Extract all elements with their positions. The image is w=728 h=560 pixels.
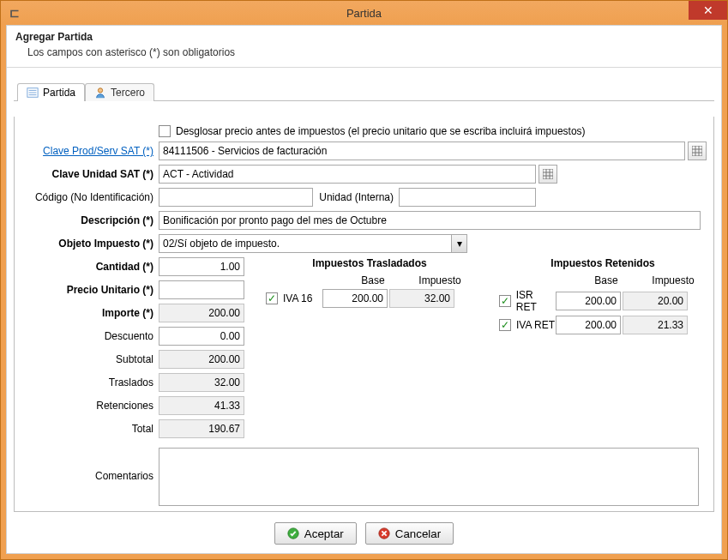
- client-area: Agregar Partida Los campos con asterisco…: [6, 25, 722, 554]
- tax-row: IVA 16: [266, 289, 473, 308]
- chevron-down-icon[interactable]: ▾: [451, 235, 466, 252]
- objeto-impuesto-select[interactable]: [159, 234, 467, 253]
- subtotal-input: [159, 350, 244, 369]
- aceptar-button[interactable]: Aceptar: [274, 522, 357, 545]
- descripcion-label: Descripción (*): [21, 214, 159, 226]
- base-header-r: Base: [573, 274, 640, 286]
- traslados-label: Traslados: [21, 376, 159, 388]
- person-icon: [94, 87, 106, 99]
- list-icon: [27, 87, 39, 99]
- cantidad-input[interactable]: [159, 257, 244, 276]
- tax-name: IVA 16: [283, 292, 312, 304]
- retenidos-title: Impuestos Retenidos: [499, 257, 707, 269]
- footer: Aceptar Cancelar: [7, 522, 721, 545]
- impuesto-header-t: Impuesto: [406, 274, 473, 286]
- retenidos-panel: Impuestos Retenidos Base Impuesto ISR RE…: [499, 257, 707, 334]
- cantidad-label: Cantidad (*): [21, 261, 159, 273]
- objeto-impuesto-label: Objeto Impuesto (*): [21, 238, 159, 250]
- clave-prodserv-input[interactable]: [159, 142, 685, 160]
- comentarios-label: Comentarios: [21, 448, 159, 482]
- tax-impuesto-input: [623, 316, 688, 334]
- descuento-label: Descuento: [21, 330, 159, 342]
- impuesto-header-r: Impuesto: [640, 274, 707, 286]
- descripcion-input[interactable]: [159, 211, 701, 230]
- total-input: [159, 419, 244, 438]
- importe-label: Importe (*): [21, 307, 159, 319]
- clave-unidad-picker[interactable]: [538, 165, 557, 184]
- retenido-checkbox[interactable]: [499, 295, 511, 307]
- unidad-interna-label: Unidad (Interna): [313, 191, 399, 203]
- aceptar-label: Aceptar: [304, 527, 344, 540]
- svg-point-4: [98, 88, 102, 93]
- tab-partida[interactable]: Partida: [17, 83, 85, 101]
- subtotal-label: Subtotal: [21, 353, 159, 365]
- tax-impuesto-input: [623, 292, 688, 310]
- precio-unitario-label: Precio Unitario (*): [21, 284, 159, 296]
- svg-rect-10: [543, 169, 553, 179]
- tax-base-input[interactable]: [556, 316, 621, 334]
- retenciones-label: Retenciones: [21, 400, 159, 412]
- tabstrip: Partida Tercero: [7, 83, 721, 101]
- grid-icon: [692, 146, 702, 156]
- clave-unidad-input[interactable]: [159, 165, 536, 184]
- traslados-input: [159, 373, 244, 392]
- tax-name: ISR RET: [516, 289, 556, 313]
- cancelar-button[interactable]: Cancelar: [365, 522, 454, 545]
- header: Agregar Partida Los campos con asterisco…: [7, 26, 721, 68]
- tax-impuesto-input: [389, 289, 454, 308]
- tax-base-input[interactable]: [556, 292, 621, 310]
- window: ⊏ Partida ✕ Agregar Partida Los campos c…: [0, 0, 728, 560]
- titlebar: ⊏ Partida ✕: [1, 1, 727, 25]
- importe-input: [159, 304, 244, 322]
- clave-prodserv-picker[interactable]: [688, 142, 707, 160]
- base-header-t: Base: [340, 274, 406, 286]
- total-label: Total: [21, 423, 159, 435]
- clave-prodserv-link[interactable]: Clave Prod/Serv SAT (*): [43, 145, 153, 157]
- tab-tercero[interactable]: Tercero: [85, 83, 154, 101]
- close-button[interactable]: ✕: [689, 1, 727, 20]
- precio-unitario-input[interactable]: [159, 280, 244, 299]
- codigo-label: Código (No Identificación): [21, 191, 159, 203]
- codigo-input[interactable]: [159, 188, 313, 207]
- trasladados-title: Impuestos Trasladados: [266, 257, 473, 269]
- tab-partida-label: Partida: [43, 87, 75, 99]
- tab-body: Desglosar precio antes de impuestos (el …: [14, 117, 714, 512]
- tax-name: IVA RET: [516, 319, 555, 331]
- svg-rect-5: [692, 146, 702, 156]
- descuento-input[interactable]: [159, 327, 244, 346]
- retenido-checkbox[interactable]: [499, 319, 511, 331]
- grid-icon: [543, 169, 553, 179]
- cancelar-label: Cancelar: [395, 527, 441, 540]
- tab-tercero-label: Tercero: [111, 87, 145, 99]
- desglosar-label: Desglosar precio antes de impuestos (el …: [176, 125, 586, 137]
- comentarios-textarea[interactable]: [159, 448, 699, 506]
- tax-row: ISR RET: [499, 289, 707, 313]
- unidad-interna-input[interactable]: [399, 188, 536, 207]
- tax-row: IVA RET: [499, 316, 707, 334]
- trasladados-panel: Impuestos Trasladados Base Impuesto IVA …: [266, 257, 473, 334]
- trasladado-checkbox[interactable]: [266, 292, 278, 304]
- clave-unidad-label: Clave Unidad SAT (*): [21, 168, 159, 180]
- x-circle-icon: [378, 527, 390, 539]
- desglosar-checkbox[interactable]: [159, 125, 171, 137]
- tax-base-input[interactable]: [322, 289, 388, 308]
- check-circle-icon: [287, 527, 299, 539]
- retenciones-input: [159, 396, 244, 415]
- header-title: Agregar Partida: [15, 31, 713, 43]
- header-subtitle: Los campos con asterisco (*) son obligat…: [27, 46, 713, 58]
- window-title: Partida: [1, 7, 727, 20]
